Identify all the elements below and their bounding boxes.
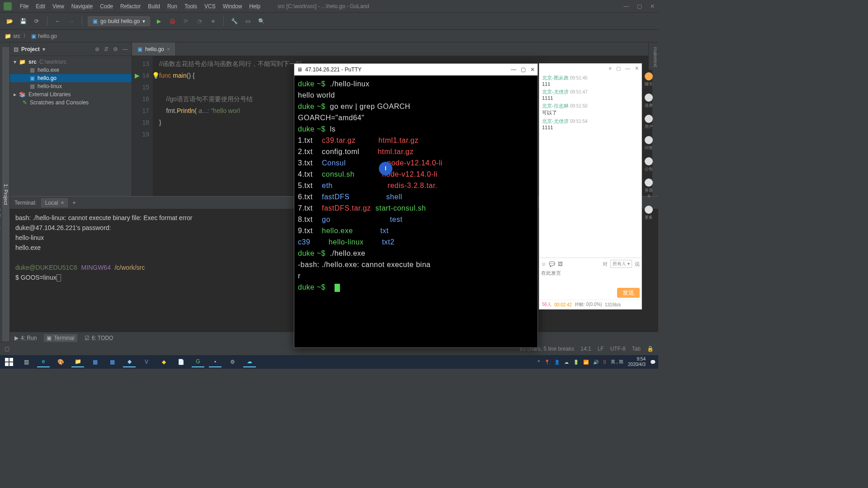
tab-close-icon[interactable]: ×: [61, 200, 64, 206]
image-icon[interactable]: 🖼: [558, 261, 563, 267]
taskview-icon[interactable]: ▥: [20, 357, 33, 367]
tray-people-icon[interactable]: 👤: [554, 360, 560, 365]
menu-window[interactable]: Window: [219, 3, 246, 9]
close-icon[interactable]: ✕: [635, 66, 639, 71]
bottom-tab-run[interactable]: ▶ 4: Run: [14, 335, 37, 341]
refresh-icon[interactable]: ⟳: [32, 16, 42, 26]
terminal-icon[interactable]: ▪: [209, 357, 222, 367]
close-icon[interactable]: ✕: [530, 66, 535, 73]
paint-icon[interactable]: 🎨: [54, 357, 67, 367]
menu-navigate[interactable]: Navigate: [68, 3, 96, 9]
cloud-icon[interactable]: ☁: [243, 357, 256, 367]
coverage-icon[interactable]: ⟳: [181, 16, 191, 26]
notepad-icon[interactable]: 📄: [175, 357, 187, 367]
locate-icon[interactable]: ⊕: [95, 46, 99, 52]
status-encoding[interactable]: UTF-8: [610, 346, 626, 352]
chat-side-mic[interactable]: 连麦: [645, 94, 653, 108]
tab-favorites[interactable]: 2: Favorites: [0, 101, 2, 342]
maximize-icon[interactable]: ▢: [637, 3, 642, 9]
send-button[interactable]: 发送: [617, 288, 640, 298]
bottom-tab-terminal[interactable]: ▣ Terminal: [44, 334, 77, 342]
gear-icon[interactable]: ⚙: [113, 46, 118, 52]
debug-icon[interactable]: 🐞: [167, 16, 177, 26]
structure-icon[interactable]: ▭: [243, 16, 253, 26]
app-icon-1[interactable]: ▦: [89, 357, 101, 367]
tray-up-icon[interactable]: ^: [538, 360, 540, 365]
edge-icon[interactable]: e: [37, 357, 50, 367]
expand-icon[interactable]: ▢: [616, 66, 621, 71]
back-icon[interactable]: ←: [53, 16, 63, 26]
breadcrumb-src[interactable]: 📁src: [5, 33, 20, 39]
chat-side-notice[interactable]: 公告: [645, 157, 653, 172]
vs-icon[interactable]: V: [140, 357, 153, 367]
ime-indicator[interactable]: 英 , 简: [611, 359, 623, 365]
menu-help[interactable]: Help: [245, 3, 264, 9]
close-icon[interactable]: ✕: [650, 3, 655, 9]
tab-project[interactable]: 1: Project: [2, 47, 9, 342]
collapse-icon[interactable]: ⇵: [104, 46, 108, 52]
menu-run[interactable]: Run: [164, 3, 181, 9]
tray-battery-icon[interactable]: 🔋: [573, 360, 579, 365]
tray-wifi-icon[interactable]: 📶: [583, 360, 589, 365]
menu-file[interactable]: File: [16, 3, 32, 9]
terminal-tab-local[interactable]: Local×: [41, 198, 68, 207]
chat-bubble-icon[interactable]: 💬: [549, 261, 555, 267]
add-tab-icon[interactable]: +: [72, 200, 75, 206]
goland-icon[interactable]: G: [192, 357, 204, 367]
save-icon[interactable]: 💾: [18, 16, 28, 26]
settings-icon[interactable]: 🔧: [229, 16, 239, 26]
run-gutter-icon[interactable]: ▶: [135, 70, 140, 81]
tray-s-icon[interactable]: S: [603, 360, 606, 365]
putty-body[interactable]: duke ~$ ./hello-linux hello world duke ~…: [294, 75, 538, 296]
tree-root[interactable]: ▾📁 src C:\work\src: [10, 58, 132, 66]
menu-tools[interactable]: Tools: [181, 3, 201, 9]
forward-icon[interactable]: →: [66, 16, 76, 26]
emoji-icon[interactable]: ☺: [541, 261, 546, 267]
menu-icon[interactable]: ≡: [609, 66, 612, 71]
tray-cloud-icon[interactable]: ☁: [564, 360, 569, 365]
search-icon[interactable]: 🔍: [256, 16, 266, 26]
breadcrumb-file[interactable]: ▣hello.go: [31, 33, 57, 39]
start-button[interactable]: [3, 357, 15, 367]
minimize-icon[interactable]: —: [623, 3, 629, 9]
notifications-icon[interactable]: 💬: [650, 360, 656, 365]
chat-side-qa[interactable]: 问答: [645, 136, 653, 151]
profile-icon[interactable]: ◔: [194, 16, 204, 26]
open-icon[interactable]: 📂: [5, 16, 14, 26]
maximize-icon[interactable]: ▢: [521, 66, 526, 73]
chat-side-answer[interactable]: 答题卡: [643, 178, 655, 199]
menu-code[interactable]: Code: [96, 3, 117, 9]
status-lf[interactable]: LF: [598, 346, 604, 352]
tab-close-icon[interactable]: ×: [167, 46, 170, 52]
editor-tab-hello[interactable]: ▣ hello.go ×: [132, 42, 176, 56]
hide-icon[interactable]: —: [123, 46, 128, 52]
chat-input[interactable]: [541, 270, 640, 286]
app-icon-3[interactable]: ◆: [123, 357, 136, 367]
chat-to-select[interactable]: 所有人 ▾: [610, 260, 632, 268]
chat-side-chat[interactable]: 聊天: [645, 72, 653, 87]
run-config-selector[interactable]: ▣ go build hello.go ▾: [88, 16, 150, 26]
project-sel-icon[interactable]: ▤: [14, 46, 19, 52]
explorer-icon[interactable]: 📁: [71, 357, 84, 367]
menu-build[interactable]: Build: [144, 3, 164, 9]
tree-item-linux[interactable]: ▦hello-linux: [10, 82, 132, 90]
menu-view[interactable]: View: [49, 3, 68, 9]
menu-refactor[interactable]: Refactor: [117, 3, 144, 9]
app-icon-4[interactable]: ◆: [157, 357, 170, 367]
settings-icon[interactable]: ⚙: [226, 357, 239, 367]
status-box-icon[interactable]: ▢: [5, 346, 9, 352]
stop-icon[interactable]: ■: [208, 16, 218, 26]
status-indent[interactable]: Tab: [632, 346, 641, 352]
bottom-tab-todo[interactable]: ☑ 6: TODO: [85, 335, 113, 341]
putty-titlebar[interactable]: 🖥 47.104.26.221 - PuTTY — ▢ ✕: [294, 64, 538, 75]
menu-vcs[interactable]: VCS: [201, 3, 219, 9]
clock[interactable]: 9:542020/4/3: [628, 357, 646, 367]
run-icon[interactable]: ▶: [154, 16, 164, 26]
minimize-icon[interactable]: —: [511, 66, 516, 73]
menu-edit[interactable]: Edit: [32, 3, 49, 9]
chat-side-more[interactable]: 更多: [645, 206, 653, 221]
tray-vol-icon[interactable]: 🔊: [593, 360, 599, 365]
status-lock-icon[interactable]: 🔒: [647, 346, 654, 352]
bulb-icon[interactable]: 💡: [152, 70, 160, 81]
tree-item-go[interactable]: ▣hello.go: [10, 74, 132, 82]
